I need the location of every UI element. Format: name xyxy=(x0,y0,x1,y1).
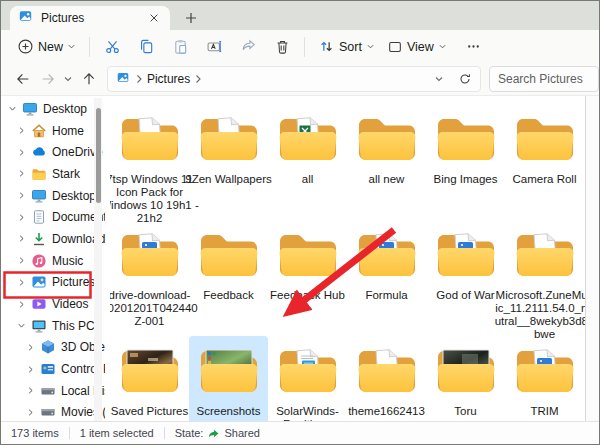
sidebar-scrollbar-thumb[interactable] xyxy=(96,108,101,203)
folder-screenshots[interactable]: Screenshots xyxy=(189,336,268,421)
folder-feedback-hub[interactable]: Feedback Hub xyxy=(268,220,347,336)
new-button[interactable]: New xyxy=(11,33,82,61)
folder-all[interactable]: all xyxy=(268,104,347,220)
tree-expander-icon[interactable] xyxy=(25,364,35,374)
sidebar-item-this-pc[interactable]: This PC xyxy=(1,315,105,337)
tree-expander-icon[interactable] xyxy=(16,256,26,266)
back-button[interactable] xyxy=(11,66,35,92)
chevron-right-icon xyxy=(194,74,202,84)
folder-icon xyxy=(276,112,340,166)
breadcrumb-item[interactable]: Pictures xyxy=(147,72,190,86)
folder-drive-download-20201201t042440z-001[interactable]: drive-download-20201201T042440Z-001 xyxy=(110,220,189,336)
folder-feedback[interactable]: Feedback xyxy=(189,220,268,336)
recent-locations-button[interactable] xyxy=(60,66,77,92)
folder-icon xyxy=(355,344,419,398)
thispc-icon xyxy=(31,318,47,334)
tree-expander-icon[interactable] xyxy=(7,104,17,114)
up-button[interactable] xyxy=(77,66,101,92)
sidebar-item-documents[interactable]: Documents xyxy=(1,206,105,228)
tree-expander-icon[interactable] xyxy=(25,386,35,396)
sidebar-item-onedrive-per[interactable]: OneDrive - Per xyxy=(1,141,105,163)
tab-close-icon[interactable] xyxy=(146,10,162,26)
sidebar-item-desktop[interactable]: Desktop xyxy=(1,98,105,120)
folder-formula[interactable]: Formula xyxy=(347,220,426,336)
download-icon xyxy=(31,231,47,247)
folder-microsoft-zunemusic-11-2111-54-0-neutral[interactable]: Microsoft.ZuneMusic_11.2111.54.0_neutral… xyxy=(505,220,584,336)
tree-expander-icon[interactable] xyxy=(16,147,26,157)
cut-button[interactable] xyxy=(97,33,127,61)
cut-icon xyxy=(104,38,121,55)
folder-icon xyxy=(276,228,340,282)
paste-button[interactable] xyxy=(165,33,195,61)
sidebar-item-home[interactable]: Home xyxy=(1,120,105,142)
rename-button[interactable] xyxy=(199,33,229,61)
sidebar-item-3d-objects[interactable]: 3D Objects xyxy=(1,337,105,359)
folder-god-of-war[interactable]: God of War xyxy=(426,220,505,336)
pictures-icon xyxy=(18,9,33,27)
sidebar-item-downloads[interactable]: Downloads xyxy=(1,228,105,250)
sidebar-item-label: Pictures xyxy=(52,275,95,289)
sidebar-item-label: Desktop xyxy=(52,189,96,203)
navigation-pane: DesktopHomeOneDrive - PerStarkDesktopDoc… xyxy=(1,96,105,421)
folder-7tsp-windows-11-icon-pack-for-windows-10[interactable]: 7tsp Windows 11 Icon Pack for Windows 10… xyxy=(110,104,189,220)
new-tab-button[interactable] xyxy=(182,9,200,27)
more-options-button[interactable] xyxy=(459,33,488,61)
forward-button[interactable] xyxy=(35,66,59,92)
address-dropdown-icon[interactable] xyxy=(434,74,444,84)
pictures-icon xyxy=(116,70,130,88)
chevron-down-icon xyxy=(63,74,73,84)
delete-button[interactable] xyxy=(267,33,297,61)
refresh-icon[interactable] xyxy=(458,72,472,86)
disk-icon xyxy=(40,383,56,399)
folder-icon xyxy=(355,228,419,282)
search-input[interactable] xyxy=(489,66,599,92)
sidebar-item-videos[interactable]: Videos xyxy=(1,293,105,315)
folder-solarwinds-realtime-bandwidth-monitor[interactable]: SolarWinds-Realtime-Bandwidth-Monitor xyxy=(268,336,347,421)
folder-bing-images[interactable]: Bing Images xyxy=(426,104,505,220)
view-button[interactable]: View xyxy=(381,33,453,61)
sort-button[interactable]: Sort xyxy=(312,33,381,61)
tree-expander-icon[interactable] xyxy=(16,234,26,244)
chevron-right-icon xyxy=(135,74,143,84)
document-icon xyxy=(31,209,47,225)
tree-expander-icon[interactable] xyxy=(16,191,26,201)
toolbar-separator xyxy=(304,37,305,57)
breadcrumb[interactable]: Pictures xyxy=(107,66,481,92)
content-scrollbar[interactable] xyxy=(585,96,600,421)
folder-theme1662413[interactable]: theme1662413 xyxy=(347,336,426,421)
tab-pictures[interactable]: Pictures xyxy=(10,6,170,30)
sidebar-item-pictures[interactable]: Pictures xyxy=(1,272,105,294)
folder-toru[interactable]: Toru xyxy=(426,336,505,421)
tree-expander-icon[interactable] xyxy=(25,407,35,417)
tree-expander-icon[interactable] xyxy=(16,299,26,309)
sidebar-item-control-panel[interactable]: Control Panel xyxy=(1,358,105,380)
folder-trim[interactable]: TRIM xyxy=(505,336,584,421)
tree-expander-icon[interactable] xyxy=(16,277,26,287)
shared-icon xyxy=(207,427,220,439)
sidebar-item-local-disk-c[interactable]: Local Disk (C: xyxy=(1,380,105,402)
delete-icon xyxy=(274,38,291,55)
controlpanel-icon xyxy=(40,361,56,377)
tree-expander-icon[interactable] xyxy=(16,126,26,136)
copy-button[interactable] xyxy=(131,33,161,61)
folder-name: TRIM xyxy=(495,405,586,418)
share-state: State: Shared xyxy=(164,427,270,439)
forward-icon xyxy=(40,71,56,87)
folder-all-new[interactable]: all new xyxy=(347,104,426,220)
folder-icon xyxy=(118,344,182,398)
sidebar-item-label: Videos xyxy=(52,297,88,311)
folder-camera-roll[interactable]: Camera Roll xyxy=(505,104,584,220)
folder-saved-pictures[interactable]: Saved Pictures xyxy=(110,336,189,421)
sort-button-label: Sort xyxy=(339,40,362,54)
tree-expander-icon[interactable] xyxy=(25,342,35,352)
sidebar-item-stark[interactable]: Stark xyxy=(1,163,105,185)
tree-expander-icon[interactable] xyxy=(16,321,26,331)
tree-expander-icon[interactable] xyxy=(16,212,26,222)
title-bar: Pictures xyxy=(1,1,599,30)
sidebar-item-music[interactable]: Music xyxy=(1,250,105,272)
sidebar-item-desktop[interactable]: Desktop xyxy=(1,185,105,207)
folder-9zen-wallpapers[interactable]: 9Zen Wallpapers xyxy=(189,104,268,220)
sidebar-item-movies-d[interactable]: Movies (D:) xyxy=(1,402,105,421)
share-button[interactable] xyxy=(233,33,263,61)
tree-expander-icon[interactable] xyxy=(16,169,26,179)
